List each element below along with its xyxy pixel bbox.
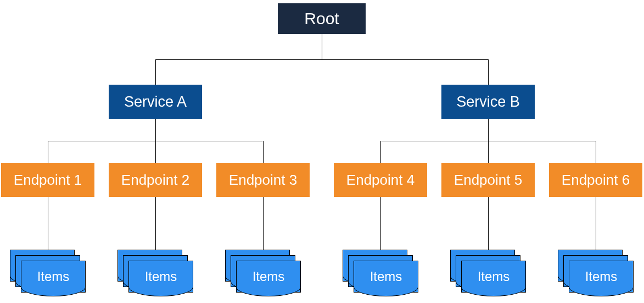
service-label: Service A [124, 93, 187, 111]
document-icon: Items [569, 261, 634, 293]
connector [155, 119, 156, 141]
connector [48, 197, 48, 250]
document-icon: Items [236, 261, 301, 293]
endpoint-label: Endpoint 2 [121, 172, 189, 189]
service-label: Service B [456, 93, 520, 111]
connector [596, 141, 596, 163]
document-icon: Items [21, 261, 86, 293]
connector [263, 197, 264, 250]
items-label: Items [585, 269, 618, 284]
document-icon: Items [354, 261, 418, 293]
connector [155, 141, 156, 163]
document-icon: Items [128, 261, 193, 293]
connector [155, 59, 489, 60]
items-label: Items [145, 269, 177, 284]
connector [488, 59, 489, 85]
connector [596, 197, 596, 250]
items-stack-2: Items [117, 250, 200, 294]
endpoint-label: Endpoint 4 [346, 172, 415, 189]
endpoint-label: Endpoint 5 [454, 172, 522, 189]
connector [322, 34, 322, 59]
endpoint-3-node: Endpoint 3 [216, 163, 310, 197]
endpoint-1-node: Endpoint 1 [1, 163, 94, 197]
items-stack-4: Items [343, 250, 425, 294]
document-icon: Items [461, 261, 526, 293]
endpoint-label: Endpoint 6 [562, 172, 630, 189]
items-stack-6: Items [558, 250, 640, 294]
items-stack-1: Items [10, 250, 92, 294]
connector [488, 141, 489, 163]
items-stack-3: Items [225, 250, 307, 294]
connector [263, 141, 264, 163]
service-b-node: Service B [441, 85, 535, 119]
items-label: Items [253, 269, 285, 284]
items-label: Items [370, 269, 402, 284]
connector [155, 197, 156, 250]
endpoint-label: Endpoint 1 [14, 172, 82, 189]
items-stack-5: Items [450, 250, 533, 294]
endpoint-2-node: Endpoint 2 [109, 163, 202, 197]
connector [48, 141, 48, 163]
endpoint-5-node: Endpoint 5 [441, 163, 535, 197]
endpoint-label: Endpoint 3 [229, 172, 297, 189]
connector [488, 119, 489, 141]
root-label: Root [304, 9, 339, 28]
connector [488, 197, 489, 250]
items-label: Items [37, 269, 70, 284]
root-node: Root [278, 3, 366, 34]
items-label: Items [478, 269, 510, 284]
endpoint-4-node: Endpoint 4 [334, 163, 427, 197]
connector [155, 59, 156, 85]
connector [380, 141, 381, 163]
endpoint-6-node: Endpoint 6 [549, 163, 642, 197]
connector [380, 197, 381, 250]
service-a-node: Service A [109, 85, 202, 119]
